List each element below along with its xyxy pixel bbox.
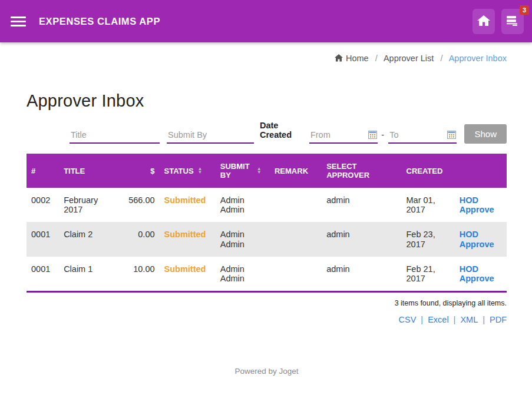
inbox-list-icon xyxy=(507,15,518,28)
cell-remark xyxy=(270,188,322,222)
cell-created: Feb 21, 2017 xyxy=(402,257,455,292)
hod-approve-link[interactable]: HOD Approve xyxy=(460,230,502,248)
inbox-button[interactable]: 3 xyxy=(501,9,524,34)
breadcrumb: Home / Approver List / Approver Inbox xyxy=(0,42,532,64)
export-pdf-link[interactable]: PDF xyxy=(490,315,507,324)
cell-amount: 10.00 xyxy=(121,257,159,292)
column-header-submit-by[interactable]: SUBMIT BY ▲▼ xyxy=(216,154,270,188)
cell-select-approver: admin xyxy=(322,222,401,256)
status-badge: Submitted xyxy=(164,264,206,274)
column-header-action xyxy=(455,154,507,188)
menu-icon[interactable] xyxy=(11,16,26,26)
sort-icon[interactable]: ▲▼ xyxy=(257,167,262,174)
export-xml-link[interactable]: XML xyxy=(460,315,478,324)
appbar-actions: 3 xyxy=(472,9,524,34)
cell-num: 0001 xyxy=(27,257,59,292)
column-header-amount: $ xyxy=(121,154,159,188)
cell-num: 0002 xyxy=(27,188,59,222)
cell-created: Mar 01, 2017 xyxy=(402,188,455,222)
inbox-table: # TITLE $ STATUS ▲▼ SUBMIT BY ▲▼ REMARK … xyxy=(27,154,507,293)
export-csv-link[interactable]: CSV xyxy=(399,315,417,324)
date-from-field xyxy=(309,128,378,144)
table-row: 0002 February 2017 566.00 Submitted Admi… xyxy=(27,188,507,222)
breadcrumb-separator: / xyxy=(375,54,378,63)
date-range-separator: - xyxy=(378,130,387,144)
table-row: 0001 Claim 1 10.00 Submitted Admin Admin… xyxy=(27,257,507,292)
cell-title: February 2017 xyxy=(59,188,121,222)
cell-created: Feb 23, 2017 xyxy=(402,222,455,256)
cell-num: 0001 xyxy=(27,222,59,256)
home-icon xyxy=(335,54,343,64)
page-title: Approver Inbox xyxy=(27,91,507,111)
cell-title: Claim 1 xyxy=(59,257,121,292)
sort-icon[interactable]: ▲▼ xyxy=(198,167,203,174)
filter-row: Date Created - xyxy=(70,121,507,144)
column-header-title: TITLE xyxy=(59,154,121,188)
date-to-input[interactable] xyxy=(388,128,447,142)
export-excel-link[interactable]: Excel xyxy=(428,315,448,324)
cell-amount: 566.00 xyxy=(121,188,159,222)
powered-by-text: Powered by Joget xyxy=(27,367,507,376)
cell-submit-by: Admin Admin xyxy=(216,222,270,256)
notification-badge: 3 xyxy=(520,5,529,15)
cell-submit-by: Admin Admin xyxy=(216,257,270,292)
calendar-icon[interactable] xyxy=(368,130,378,141)
column-header-status[interactable]: STATUS ▲▼ xyxy=(160,154,216,188)
breadcrumb-approver-inbox[interactable]: Approver Inbox xyxy=(449,54,507,63)
cell-select-approver: admin xyxy=(322,257,401,292)
submit-by-filter-input[interactable] xyxy=(167,128,254,144)
home-icon xyxy=(477,14,491,29)
cell-amount: 0.00 xyxy=(121,222,159,256)
home-button[interactable] xyxy=(472,9,495,34)
column-header-num: # xyxy=(27,154,59,188)
hod-approve-link[interactable]: HOD Approve xyxy=(460,264,502,283)
main-content: Approver Inbox Date Created - xyxy=(0,91,532,376)
cell-select-approver: admin xyxy=(322,188,401,222)
items-found-summary: 3 items found, displaying all items. xyxy=(27,299,507,307)
date-to-field xyxy=(388,128,457,144)
breadcrumb-separator: / xyxy=(440,54,442,63)
column-header-remark: REMARK xyxy=(270,154,322,188)
export-links: CSV|Excel|XML|PDF xyxy=(27,315,507,324)
date-created-label: Date Created xyxy=(260,121,308,144)
cell-remark xyxy=(270,222,322,256)
cell-remark xyxy=(270,257,322,292)
date-from-input[interactable] xyxy=(309,128,368,142)
hod-approve-link[interactable]: HOD Approve xyxy=(460,195,502,214)
breadcrumb-approver-list[interactable]: Approver List xyxy=(384,54,434,63)
column-header-select-approver: SELECT APPROVER xyxy=(322,154,401,188)
status-badge: Submitted xyxy=(164,230,206,239)
calendar-icon[interactable] xyxy=(447,130,457,141)
status-badge: Submitted xyxy=(164,195,206,205)
breadcrumb-home[interactable]: Home xyxy=(335,54,369,63)
cell-submit-by: Admin Admin xyxy=(216,188,270,222)
table-row: 0001 Claim 2 0.00 Submitted Admin Admin … xyxy=(27,222,507,256)
app-header: EXPENSES CLAIMS APP 3 xyxy=(0,0,532,42)
show-button[interactable]: Show xyxy=(464,124,507,144)
cell-title: Claim 2 xyxy=(59,222,121,256)
column-header-created: CREATED xyxy=(402,154,455,188)
title-filter-input[interactable] xyxy=(70,128,160,144)
app-title: EXPENSES CLAIMS APP xyxy=(39,16,160,27)
table-header-row: # TITLE $ STATUS ▲▼ SUBMIT BY ▲▼ REMARK … xyxy=(27,154,507,188)
